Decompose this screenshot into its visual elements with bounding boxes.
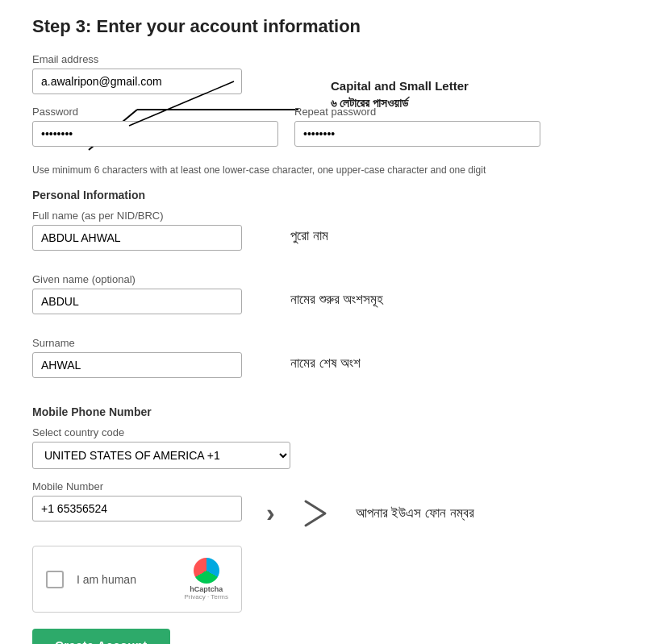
captcha-brand: hCaptcha [190,585,223,593]
mobile-number-field-group: Mobile Number [32,480,242,521]
full-name-field-group: Full name (as per NID/BRC) [32,210,242,251]
captcha-box[interactable]: I am human hCaptcha Privacy · Terms [32,546,242,613]
country-code-field-group: Select country code UNITED STATES OF AME… [32,426,290,469]
repeat-password-input[interactable] [294,121,540,147]
email-field-group: Email address [32,53,242,94]
surname-label: Surname [32,337,242,349]
email-input[interactable] [32,69,242,94]
password-field-group: Password [32,106,278,147]
given-name-input[interactable] [32,289,242,314]
given-name-field-group: Given name (optional) [32,273,242,314]
given-name-annotation: নামের শুরুর অংশসমূহ [290,292,383,308]
full-name-input[interactable] [32,225,242,251]
country-code-select[interactable]: UNITED STATES OF AMERICA +1 BANGLADESH +… [32,442,290,469]
mobile-annotation: আপনার ইউএস ফোন নম্বর [356,505,474,521]
captcha-logo: hCaptcha Privacy · Terms [184,558,228,600]
password-input[interactable] [32,121,278,147]
arrow-mobile-icon: › [266,498,275,528]
password-hint: Use minimum 6 characters with at least o… [32,164,540,176]
mobile-title: Mobile Phone Number [32,405,581,418]
repeat-password-label: Repeat password [294,106,540,118]
capital-annotation-line1: Capital and Small Letter [331,77,469,94]
email-label: Email address [32,53,242,65]
country-code-label: Select country code [32,426,290,438]
given-name-label: Given name (optional) [32,273,242,285]
repeat-password-field-group: Repeat password [294,106,540,147]
surname-annotation: নামের শেষ অংশ [290,355,361,372]
password-label: Password [32,106,278,118]
captcha-checkbox[interactable] [46,571,64,588]
captcha-label: I am human [77,573,171,586]
surname-input[interactable] [32,352,242,378]
surname-field-group: Surname [32,337,242,378]
password-row: Password Repeat password [32,106,540,158]
captcha-logo-circle [194,558,219,584]
page-title: Step 3: Enter your account information [32,16,581,37]
create-account-button[interactable]: Create Account [32,629,170,644]
personal-info-title: Personal Information [32,189,581,202]
mobile-label: Mobile Number [32,480,242,492]
full-name-annotation: পুরো নাম [290,228,328,244]
full-name-label: Full name (as per NID/BRC) [32,210,242,222]
arrow-mobile-svg [299,497,332,530]
captcha-sub: Privacy · Terms [184,593,228,600]
mobile-input[interactable] [32,496,242,521]
main-container: Step 3: Enter your account information E… [32,16,581,644]
